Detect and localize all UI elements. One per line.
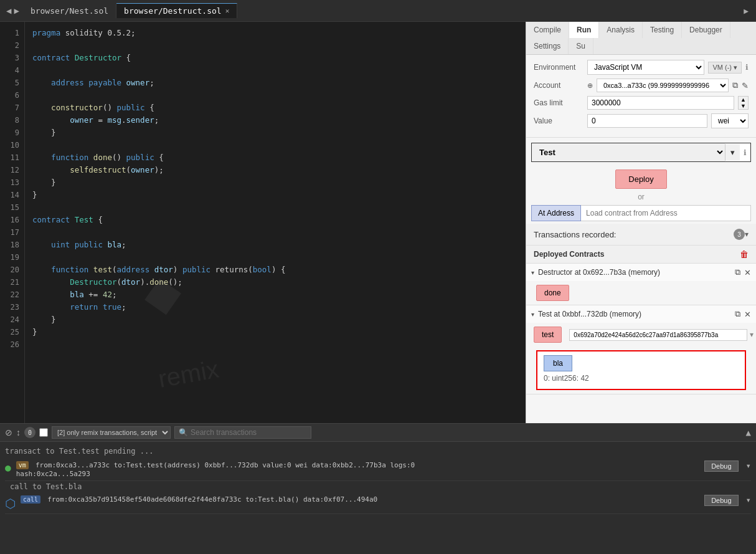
contract-dropdown[interactable]: Test Destructor xyxy=(532,143,725,161)
log-call-expand[interactable]: ▾ xyxy=(746,495,751,505)
code-line-2 xyxy=(32,39,518,52)
account-plus-icon[interactable]: ⊕ xyxy=(587,82,593,90)
debug-button-2[interactable]: Debug xyxy=(704,495,738,506)
log-vm-hash: hash:0xc2a...5a293 xyxy=(16,470,90,478)
clear-contracts-icon[interactable]: 🗑 xyxy=(740,249,749,259)
deploy-button[interactable]: Deploy xyxy=(615,170,666,189)
tab-bar: ◀ ▶ browser/Nest.sol browser/Destruct.so… xyxy=(0,0,756,22)
nav-back-icon[interactable]: ◀ xyxy=(6,6,11,16)
tab-compile[interactable]: Compile xyxy=(526,22,569,38)
tab-su[interactable]: Su xyxy=(569,38,593,54)
code-line-8: owner = msg.sender; xyxy=(32,114,518,127)
deployed-contracts-title: Deployed Contracts xyxy=(534,250,740,259)
code-line-6 xyxy=(32,89,518,102)
tab-run[interactable]: Run xyxy=(569,22,599,38)
log-vm-tag: vm xyxy=(16,461,29,469)
code-line-3: contract Destructor { xyxy=(32,52,518,64)
destructor-close-icon[interactable]: ✕ xyxy=(744,268,751,277)
account-copy-icon[interactable]: ⧉ xyxy=(732,80,738,90)
test-copy-icon[interactable]: ⧉ xyxy=(735,309,740,319)
code-editor[interactable]: 12345 678910 1112131415 1617181920 21222… xyxy=(0,22,526,423)
environment-info-icon[interactable]: ℹ xyxy=(745,63,749,72)
test-name: Test at 0xbbf...732db (memory) xyxy=(538,310,731,318)
tab-nest-label: browser/Nest.sol xyxy=(31,6,108,16)
log-vm-text: from:0xca3...a733c to:Test.test(address)… xyxy=(35,461,415,469)
tab-destruct-label: browser/Destruct.sol xyxy=(124,6,222,16)
log-vm-expand[interactable]: ▾ xyxy=(746,461,751,470)
gas-limit-label: Gas limit xyxy=(534,98,584,107)
tab-debugger[interactable]: Debugger xyxy=(682,22,730,38)
done-button[interactable]: done xyxy=(536,285,569,301)
log-pending-line: transact to Test.test pending ... xyxy=(5,444,751,458)
test-function-button[interactable]: test xyxy=(534,327,562,343)
account-edit-icon[interactable]: ✎ xyxy=(742,81,749,90)
bottom-panel: ⊘ ↕ 0 [2] only remix transactions, scrip… xyxy=(0,423,756,554)
clear-log-button[interactable]: ⊘ xyxy=(5,427,12,437)
line-numbers: 12345 678910 1112131415 1617181920 21222… xyxy=(0,22,25,423)
log-entry-call: ⬡ call from:0xca35b7d915458ef540ade6068d… xyxy=(5,492,751,514)
account-select[interactable]: 0xca3...a733c (99.9999999999996 xyxy=(597,79,729,92)
log-success-icon: ● xyxy=(5,462,11,474)
tab-settings[interactable]: Settings xyxy=(526,38,569,54)
destructor-copy-icon[interactable]: ⧉ xyxy=(735,267,740,277)
gas-limit-up[interactable]: ▲ xyxy=(739,97,748,103)
environment-select[interactable]: JavaScript VM xyxy=(587,60,704,75)
test-close-icon[interactable]: ✕ xyxy=(744,310,751,319)
code-line-11: function done() public { xyxy=(32,151,518,164)
bottom-toolbar: ⊘ ↕ 0 [2] only remix transactions, scrip… xyxy=(0,424,756,442)
code-line-12: selfdestruct(owner); xyxy=(32,164,518,176)
at-address-input[interactable] xyxy=(581,205,751,221)
scroll-log-button[interactable]: ↕ xyxy=(16,427,21,437)
value-input[interactable] xyxy=(587,114,707,128)
code-line-18: uint public bla; xyxy=(32,239,518,251)
environment-section: Environment JavaScript VM VM (-) ▾ ℹ Acc… xyxy=(526,55,756,138)
log-call-icon: ⬡ xyxy=(5,496,16,511)
search-box: 🔍 xyxy=(174,426,311,439)
test-address-input[interactable] xyxy=(569,329,747,341)
gas-limit-down[interactable]: ▼ xyxy=(739,103,748,109)
destructor-buttons: done xyxy=(526,281,756,305)
vm-badge-chevron: ▾ xyxy=(734,64,737,72)
code-line-22: bla += 42; xyxy=(32,289,518,301)
bla-result-text: 0: uint256: 42 xyxy=(544,371,739,385)
code-line-15 xyxy=(32,201,518,214)
filter-checkbox[interactable] xyxy=(39,428,48,437)
editor-content: 12345 678910 1112131415 1617181920 21222… xyxy=(0,22,526,423)
at-address-row: At Address xyxy=(531,205,751,221)
code-line-19 xyxy=(32,251,518,264)
transactions-header[interactable]: Transactions recorded: 3 ▾ xyxy=(526,224,756,246)
contract-select-arrow: ▾ xyxy=(725,144,740,161)
right-panel: Compile Run Analysis Testing Debugger Se… xyxy=(526,22,756,423)
tab-destruct[interactable]: browser/Destruct.sol ✕ xyxy=(116,3,237,18)
or-text: or xyxy=(526,193,756,201)
nav-forward-icon[interactable]: ▶ xyxy=(14,6,19,16)
test-contract-item: ▾ Test at 0xbbf...732db (memory) ⧉ ✕ tes… xyxy=(526,305,756,394)
search-input[interactable] xyxy=(191,428,307,437)
test-header: ▾ Test at 0xbbf...732db (memory) ⧉ ✕ xyxy=(526,305,756,323)
bla-button[interactable]: bla xyxy=(544,355,572,371)
vm-badge[interactable]: VM (-) ▾ xyxy=(708,62,742,74)
search-icon: 🔍 xyxy=(179,428,188,437)
code-line-14: } xyxy=(32,189,518,201)
bla-section: bla 0: uint256: 42 xyxy=(526,346,756,394)
contract-info-icon[interactable]: ℹ xyxy=(740,148,750,157)
destructor-dot: ▾ xyxy=(531,269,534,276)
gas-limit-input[interactable] xyxy=(587,96,734,110)
close-tab-icon[interactable]: ✕ xyxy=(225,7,230,15)
debug-button-1[interactable]: Debug xyxy=(704,461,738,472)
tab-analysis[interactable]: Analysis xyxy=(599,22,643,38)
tab-testing[interactable]: Testing xyxy=(643,22,682,38)
filter-select[interactable]: [2] only remix transactions, script xyxy=(52,426,171,439)
right-panel-tabs: Compile Run Analysis Testing Debugger Se… xyxy=(526,22,756,55)
tab-overflow-arrow[interactable]: ▶ xyxy=(739,6,754,16)
value-unit-select[interactable]: wei gwei ether xyxy=(711,113,749,128)
code-line-20: function test(address dtor) public retur… xyxy=(32,264,518,276)
code-line-10 xyxy=(32,139,518,151)
editor-nav-icons: ◀ ▶ xyxy=(2,6,23,16)
tab-nest[interactable]: browser/Nest.sol xyxy=(23,4,116,18)
test-dot: ▾ xyxy=(531,311,534,318)
at-address-button[interactable]: At Address xyxy=(531,205,581,221)
test-button-row: test ▾ xyxy=(526,323,756,346)
code-line-9: } xyxy=(32,127,518,139)
scroll-up-icon[interactable]: ▲ xyxy=(746,427,751,437)
